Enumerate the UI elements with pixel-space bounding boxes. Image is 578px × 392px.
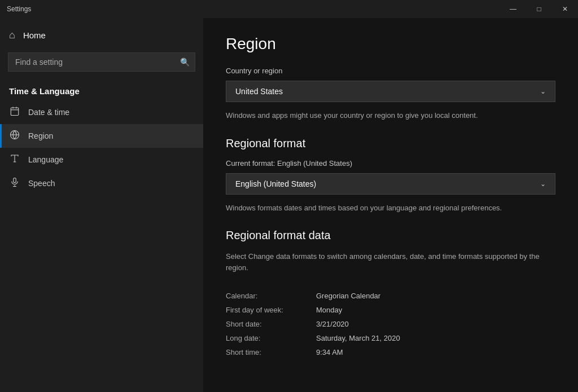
format-dropdown-value: English (United States) (235, 179, 316, 188)
sidebar-section-title: Time & Language (0, 77, 203, 100)
format-dropdown[interactable]: English (United States) ⌄ (226, 173, 555, 195)
sidebar-item-date-time-label: Date & time (28, 108, 69, 117)
data-row-label: Short time: (226, 348, 316, 356)
title-bar: Settings — □ ✕ (0, 0, 578, 18)
data-row-value: 3/21/2020 (316, 320, 349, 328)
minimize-button[interactable]: — (500, 0, 526, 18)
sidebar-item-region-label: Region (28, 131, 53, 140)
data-row-value: 9:34 AM (316, 348, 343, 356)
language-icon (9, 153, 20, 166)
sidebar-home[interactable]: ⌂ Home (0, 24, 203, 47)
sidebar-item-language[interactable]: Language (0, 148, 203, 171)
country-label: Country or region (226, 67, 555, 75)
regional-format-data-section: Regional format data Select Change data … (226, 229, 555, 359)
regional-format-section: Regional format Current format: English … (226, 137, 555, 214)
speech-icon (9, 177, 20, 190)
app-container: ⌂ Home 🔍 Time & Language Date & time (0, 18, 578, 392)
search-input[interactable] (8, 52, 195, 72)
home-icon: ⌂ (9, 29, 15, 41)
search-box-container: 🔍 (8, 52, 195, 72)
sidebar-item-date-time[interactable]: Date & time (0, 100, 203, 124)
data-row-value: Gregorian Calendar (316, 292, 380, 300)
sidebar: ⌂ Home 🔍 Time & Language Date & time (0, 18, 203, 392)
app-title: Settings (7, 5, 31, 13)
data-row-label: Long date: (226, 334, 316, 342)
window-controls: — □ ✕ (500, 0, 578, 18)
svg-rect-6 (14, 178, 16, 183)
home-label: Home (23, 30, 46, 40)
data-row-label: Short date: (226, 320, 316, 328)
country-section: Country or region United States ⌄ Window… (226, 67, 555, 121)
svg-rect-0 (11, 108, 19, 116)
regional-format-heading: Regional format (226, 137, 555, 150)
table-row: Short date:3/21/2020 (226, 317, 555, 331)
table-row: First day of week:Monday (226, 303, 555, 317)
country-description: Windows and apps might use your country … (226, 110, 555, 121)
country-dropdown-arrow: ⌄ (540, 87, 546, 95)
format-description: Windows formats dates and times based on… (226, 202, 555, 214)
regional-format-data-description: Select Change data formats to switch amo… (226, 251, 555, 273)
date-time-icon (9, 106, 20, 118)
regional-format-data-heading: Regional format data (226, 229, 555, 242)
format-dropdown-arrow: ⌄ (540, 180, 546, 188)
data-row-value: Saturday, March 21, 2020 (316, 334, 400, 342)
sidebar-item-speech-label: Speech (28, 179, 55, 188)
sidebar-item-region[interactable]: Region (0, 124, 203, 148)
search-icon: 🔍 (180, 58, 190, 67)
format-label: Current format: English (United States) (226, 159, 555, 168)
data-row-label: First day of week: (226, 306, 316, 314)
close-button[interactable]: ✕ (552, 0, 578, 18)
region-icon (9, 130, 20, 142)
maximize-button[interactable]: □ (526, 0, 552, 18)
table-row: Calendar:Gregorian Calendar (226, 289, 555, 303)
table-row: Long date:Saturday, March 21, 2020 (226, 331, 555, 345)
main-content: Region Country or region United States ⌄… (203, 18, 578, 392)
country-dropdown[interactable]: United States ⌄ (226, 81, 555, 102)
data-row-value: Monday (316, 306, 342, 314)
data-row-label: Calendar: (226, 292, 316, 300)
sidebar-item-speech[interactable]: Speech (0, 171, 203, 195)
page-title: Region (226, 35, 555, 53)
country-dropdown-value: United States (235, 87, 283, 96)
table-row: Short time:9:34 AM (226, 345, 555, 359)
sidebar-item-language-label: Language (28, 155, 63, 164)
format-data-table: Calendar:Gregorian CalendarFirst day of … (226, 289, 555, 359)
